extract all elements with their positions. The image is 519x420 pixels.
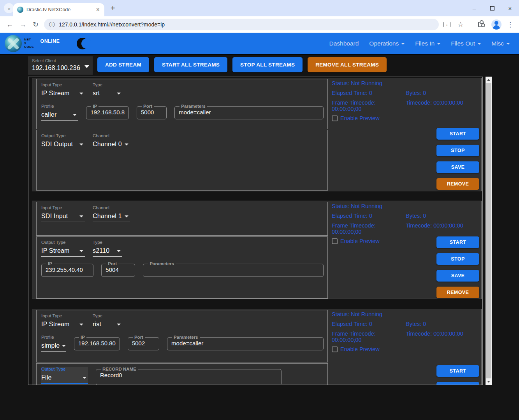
port-field[interactable]: Port5004 (101, 261, 135, 277)
input-type-select[interactable]: Input TypeIP Stream (41, 82, 85, 99)
parameters-field[interactable]: Parametersmode=caller (174, 104, 324, 119)
minimize-button[interactable]: – (465, 0, 483, 16)
start-button[interactable]: START (436, 236, 479, 248)
bytes-text: Bytes: 0 (406, 213, 483, 219)
ip-field[interactable]: IP192.168.50.80 (74, 335, 120, 350)
profile-select[interactable]: Profilesimple (41, 335, 66, 352)
output-type-value: SDI Output (41, 141, 73, 148)
enable-preview-checkbox[interactable] (332, 238, 338, 244)
select-client-dropdown[interactable]: Select Client 192.168.100.236 (28, 56, 93, 75)
site-info-icon[interactable]: ⓘ (49, 21, 55, 28)
output-type-value: IP Stream (41, 247, 70, 254)
port-field-value: 5000 (141, 109, 162, 116)
enable-preview-label: Enable Preview (340, 346, 380, 352)
save-button[interactable]: SAVE (436, 161, 479, 173)
parameters-field[interactable]: Parameters (143, 261, 324, 277)
record-name-field[interactable]: RECORD NAMERecord0 (96, 367, 281, 385)
scroll-up-icon[interactable] (486, 77, 492, 83)
add-stream-button[interactable]: ADD STREAM (97, 57, 149, 72)
output-type-select[interactable]: Output TypeSDI Output (41, 133, 85, 150)
remove-button[interactable]: REMOVE (436, 287, 479, 298)
chevron-down-icon (79, 144, 83, 145)
port-field[interactable]: Port5002 (128, 335, 159, 350)
elapsed-time-text: Elapsed Time: 0 (332, 213, 406, 219)
profile-avatar[interactable] (491, 19, 501, 30)
ip-field[interactable]: IP239.255.40.40 (41, 261, 93, 277)
enable-preview-checkbox[interactable] (332, 346, 338, 352)
scrollbar-thumb[interactable] (486, 83, 491, 378)
stop-button[interactable]: STOP (436, 253, 479, 265)
channel-label: Channel (93, 205, 130, 210)
channel-select[interactable]: ChannelChannel 0 (93, 133, 130, 150)
vertical-scrollbar[interactable] (486, 77, 492, 385)
chevron-down-icon (62, 345, 66, 347)
ip-field-value: 192.168.50.8 (90, 109, 125, 116)
input-type-value: SDI Input (41, 213, 68, 220)
type-select[interactable]: Typerist (93, 313, 122, 330)
page-content: Select Client 192.168.100.236 ADD STREAM… (0, 56, 519, 420)
remove-button[interactable]: REMOVE (436, 178, 479, 190)
remove-all-streams-button[interactable]: REMOVE ALL STREAMS (308, 57, 387, 72)
status-panel: Status: Not RunningElapsed Time: 0Bytes:… (332, 80, 483, 121)
enable-preview-checkbox[interactable] (332, 116, 338, 121)
start-button[interactable]: START (436, 128, 479, 140)
dark-mode-moon-icon[interactable] (77, 37, 89, 51)
forward-icon[interactable]: → (19, 21, 26, 29)
favicon-icon (17, 7, 23, 13)
output-type-select[interactable]: Output TypeIP Stream (41, 240, 85, 257)
extensions-icon[interactable] (478, 22, 484, 27)
input-type-select[interactable]: Input TypeSDI Input (41, 205, 85, 222)
close-button[interactable]: × (501, 0, 519, 16)
type-select[interactable]: Typesrt (93, 82, 122, 99)
tab-search-icon[interactable]: ⌄ (4, 3, 14, 13)
reload-icon[interactable]: ↻ (33, 20, 39, 29)
enable-preview-row: Enable Preview (332, 346, 483, 352)
stop-all-streams-button[interactable]: STOP ALL STREAMS (232, 57, 303, 72)
stop-button[interactable]: STOP (436, 382, 479, 385)
ip-field[interactable]: IP192.168.50.8 (86, 104, 129, 119)
chevron-down-icon (79, 215, 83, 217)
timecode-text: Timecode: 00:00:00;00 (406, 331, 483, 343)
maximize-button[interactable] (483, 0, 501, 16)
install-app-icon[interactable]: ↓ (443, 22, 450, 27)
browser-menu-icon[interactable]: ⋮ (507, 21, 514, 29)
start-all-streams-button[interactable]: START ALL STREAMS (154, 57, 227, 72)
elapsed-time-text: Elapsed Time: 0 (332, 321, 406, 327)
save-button[interactable]: SAVE (436, 270, 479, 282)
stop-button[interactable]: STOP (436, 145, 479, 156)
input-section: Input TypeIP StreamTypesrtProfilecallerI… (36, 79, 328, 129)
input-section: Input TypeSDI InputChannelChannel 1 (36, 202, 328, 236)
nav-misc[interactable]: Misc (491, 40, 510, 47)
stream-card: Input TypeSDI InputChannelChannel 1Outpu… (32, 201, 482, 299)
output-type-select[interactable]: Output TypeFile (41, 367, 88, 384)
output-section: Output TypeSDI OutputChannelChannel 0 (36, 130, 328, 191)
nav-files-in[interactable]: Files In (415, 40, 440, 47)
profile-select[interactable]: Profilecaller (41, 104, 78, 121)
channel-select[interactable]: ChannelChannel 1 (93, 205, 130, 222)
status-panel: Status: Not RunningElapsed Time: 0Bytes:… (332, 311, 483, 352)
new-tab-button[interactable]: + (111, 4, 115, 13)
start-button[interactable]: START (436, 365, 479, 377)
browser-tab[interactable]: Drastic.tv NetXCode × (13, 3, 104, 16)
nav-files-out[interactable]: Files Out (451, 40, 481, 47)
input-type-select[interactable]: Input TypeIP Stream (41, 313, 85, 330)
parameters-field[interactable]: Parametersmode=caller (167, 335, 324, 350)
back-icon[interactable]: ← (6, 21, 13, 29)
nav-dashboard[interactable]: Dashboard (329, 40, 359, 47)
url-bar[interactable]: ⓘ 127.0.0.1/index.html#/netxconvert?mode… (44, 19, 439, 30)
maximize-icon (490, 6, 494, 10)
port-field[interactable]: Port5000 (137, 104, 167, 119)
scroll-down-icon[interactable] (486, 378, 492, 385)
streams-list: Input TypeIP StreamTypesrtProfilecallerI… (28, 77, 483, 385)
tab-close-icon[interactable]: × (95, 6, 100, 13)
netxcode-logo-icon[interactable] (5, 35, 22, 52)
stream-card: Input TypeIP StreamTyperistProfilesimple… (32, 309, 482, 385)
url-text[interactable]: 127.0.0.1/index.html#/netxconvert?mode=i… (59, 21, 165, 28)
nav-operations[interactable]: Operations (369, 40, 405, 47)
type-select[interactable]: Types2110 (93, 240, 122, 257)
app-header: NET X CODE ONLINE Dashboard Operations F… (0, 33, 519, 55)
logo-text: NET X CODE (24, 38, 34, 49)
input-type-label: Input Type (41, 313, 85, 318)
app-window: ⌄ Drastic.tv NetXCode × + – × ← → ↻ ⓘ 12… (0, 0, 519, 420)
bookmark-star-icon[interactable]: ☆ (457, 20, 464, 29)
